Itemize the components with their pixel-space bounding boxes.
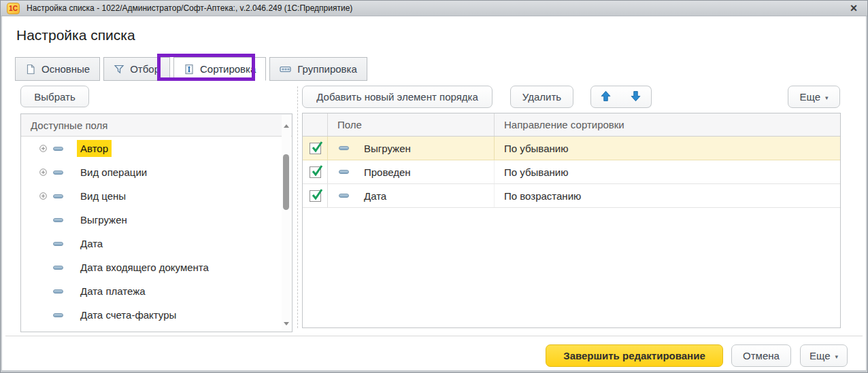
page-title: Настройка списка — [16, 27, 135, 43]
tab-label: Сортировка — [200, 63, 256, 75]
blue-down-arrow-icon — [630, 90, 641, 104]
attribute-dash-icon — [53, 242, 63, 246]
more-label: Еще — [809, 350, 831, 361]
tree-item-vid-ceny[interactable]: Вид цены — [21, 184, 281, 208]
tab-otbor[interactable]: Отбор — [103, 57, 170, 81]
attribute-dash-icon — [53, 289, 63, 294]
attribute-dash-icon — [339, 146, 349, 150]
scrollbar[interactable] — [282, 115, 291, 331]
expand-plus-icon[interactable] — [39, 168, 47, 176]
field-name: Выгружен — [364, 143, 411, 154]
document-icon — [25, 64, 36, 75]
sort-direction[interactable]: По убыванию — [495, 160, 840, 183]
blue-up-arrow-icon — [600, 90, 612, 104]
close-icon[interactable]: × — [846, 1, 861, 16]
delete-button[interactable]: Удалить — [510, 86, 573, 108]
tab-label: Основные — [41, 63, 90, 75]
column-header-checkbox — [303, 113, 328, 136]
filter-funnel-icon — [114, 64, 124, 75]
attribute-dash-icon — [53, 218, 63, 222]
tab-bar: Основные Отбор Сортировка Группировка — [15, 57, 367, 81]
attribute-dash-icon — [53, 194, 63, 198]
tree-item-label: Дата — [80, 238, 103, 249]
add-order-element-button[interactable]: Добавить новый элемент порядка — [302, 86, 493, 108]
move-up-button[interactable] — [590, 86, 621, 108]
available-fields-list: Доступные поля Автор Вид операции Вид це… — [20, 113, 293, 332]
footer-separator — [5, 336, 863, 336]
attribute-dash-icon — [53, 171, 63, 175]
table-row-data[interactable]: Дата По возрастанию — [303, 184, 840, 208]
tree-item-label: Дата платежа — [80, 285, 146, 297]
expand-plus-icon[interactable] — [39, 192, 47, 200]
scroll-down-icon[interactable] — [284, 322, 289, 325]
tree-item-label: Дата входящего документа — [80, 262, 209, 273]
grouping-icon — [280, 65, 292, 73]
tab-osnovnye[interactable]: Основные — [15, 57, 100, 81]
tree-item-label: Вид операции — [80, 166, 147, 178]
tree-item-data-platezha[interactable]: Дата платежа — [21, 279, 281, 303]
field-name: Дата — [364, 190, 386, 202]
attribute-dash-icon — [53, 266, 63, 270]
checkbox-checked[interactable] — [310, 166, 321, 178]
column-header-direction: Направление сортировки — [495, 113, 840, 136]
tab-gruppirovka[interactable]: Группировка — [269, 57, 367, 81]
more-button-footer[interactable]: Еще ▾ — [800, 344, 848, 367]
tree-item-data-scheta-faktury[interactable]: Дата счета-фактуры — [21, 303, 281, 327]
1c-logo: 1С — [7, 3, 20, 14]
table-row-proveden[interactable]: Проведен По убыванию — [303, 160, 840, 184]
tree-item-data[interactable]: Дата — [21, 232, 281, 255]
table-row-vygruzhen[interactable]: Выгружен По убыванию — [303, 137, 840, 160]
tree-item-label: Дата счета-фактуры — [80, 309, 176, 321]
tree-item-label: Вид цены — [80, 190, 126, 202]
more-button-toolbar[interactable]: Еще ▾ — [788, 86, 840, 108]
more-label: Еще — [799, 91, 820, 103]
checkbox-checked[interactable] — [310, 143, 321, 154]
tree-item-vygruzhen[interactable]: Выгружен — [21, 208, 281, 232]
sort-direction[interactable]: По убыванию — [495, 137, 840, 160]
available-fields-header: Доступные поля — [21, 114, 292, 137]
attribute-dash-icon — [53, 313, 63, 317]
chevron-down-icon: ▾ — [835, 353, 839, 360]
scrollbar-thumb[interactable] — [283, 154, 289, 210]
tree-item-data-vhod-dokumenta[interactable]: Дата входящего документа — [21, 255, 281, 279]
sort-order-icon — [184, 64, 195, 75]
table-header-row: Поле Направление сортировки — [303, 113, 840, 137]
attribute-dash-icon — [339, 194, 349, 198]
scroll-up-icon[interactable] — [284, 124, 289, 128]
tab-sortirovka[interactable]: Сортировка — [173, 57, 266, 81]
window-title: Настройка списка - 1022/Администратор/Со… — [27, 3, 352, 13]
select-button[interactable]: Выбрать — [20, 86, 89, 107]
expand-plus-icon[interactable] — [39, 145, 47, 152]
sort-order-table: Поле Направление сортировки Выгружен По … — [302, 113, 841, 328]
tab-label: Отбор — [130, 63, 160, 75]
cancel-button[interactable]: Отмена — [731, 344, 791, 367]
panel-splitter[interactable] — [297, 86, 298, 328]
tree-item-label: Автор — [77, 140, 112, 157]
column-header-field: Поле — [328, 113, 495, 136]
tree-item-avtor[interactable]: Автор — [21, 137, 281, 160]
tree-item-vid-operacii[interactable]: Вид операции — [21, 160, 281, 184]
tab-label: Группировка — [297, 63, 356, 75]
chevron-down-icon: ▾ — [825, 94, 829, 101]
attribute-dash-icon — [53, 147, 63, 151]
field-name: Проведен — [364, 166, 411, 178]
checkbox-checked[interactable] — [310, 190, 321, 202]
finish-editing-button[interactable]: Завершить редактирование — [546, 344, 723, 367]
tree-item-label: Выгружен — [80, 214, 127, 226]
title-bar: 1С Настройка списка - 1022/Администратор… — [1, 1, 867, 16]
move-down-button[interactable] — [620, 86, 652, 108]
sort-direction[interactable]: По возрастанию — [495, 184, 840, 207]
attribute-dash-icon — [339, 170, 349, 174]
